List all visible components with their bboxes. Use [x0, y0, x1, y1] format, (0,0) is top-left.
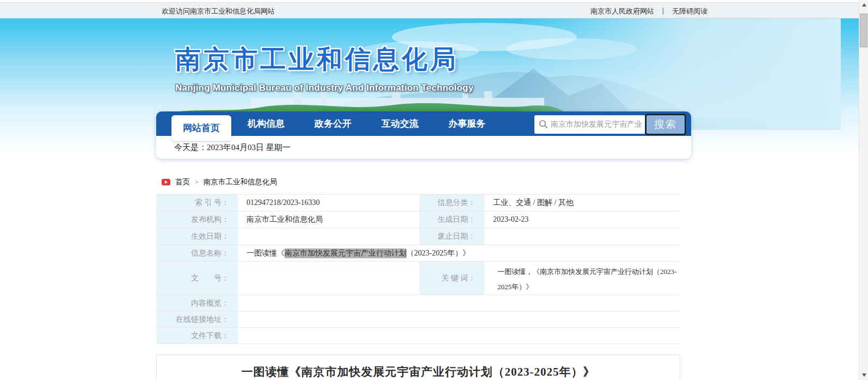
page: 欢迎访问南京市工业和信息化局网站 南京市人民政府网站 丨 无障碍阅读	[0, 0, 868, 380]
welcome-text: 欢迎访问南京市工业和信息化局网站	[162, 7, 275, 16]
breadcrumb-separator: >	[195, 178, 199, 186]
label-generation-date: 生成日期：	[419, 211, 484, 228]
label-content-overview: 内容概览：	[156, 295, 238, 312]
label-index-number: 索 引 号：	[156, 195, 238, 211]
date-bar: 今天是：2023年04月03日 星期一	[156, 136, 691, 159]
value-info-name: 一图读懂《南京市加快发展元宇宙产业行动计划（2023-2025年）》	[238, 245, 680, 261]
tab-interaction[interactable]: 互动交流	[381, 117, 418, 130]
info-name-highlighted-text: 南京市加快发展元宇宙产业行动计划	[285, 248, 407, 258]
table-row: 发布机构： 南京市工业和信息化局 生成日期： 2023-02-23	[156, 211, 680, 228]
topbar-divider: 丨	[660, 7, 667, 16]
table-row: 文 号： 关 键 词： 一图读懂，《南京市加快发展元宇宙产业行动计划（2023-…	[156, 261, 680, 295]
value-generation-date: 2023-02-23	[484, 211, 680, 228]
value-index-number: 012947218/2023-16330	[238, 195, 419, 211]
value-issuing-agency: 南京市工业和信息化局	[238, 211, 419, 228]
site-logo: 南京市工业和信息化局 Nanjing Municipal Bureau of I…	[175, 42, 473, 94]
scroll-up-icon[interactable]	[859, 0, 868, 10]
label-info-name: 信息名称：	[156, 245, 238, 261]
value-info-category: 工业、交通 / 图解 / 其他	[484, 195, 680, 211]
scroll-down-icon[interactable]	[859, 370, 868, 380]
search-area: 搜索	[534, 114, 686, 135]
table-row: 索 引 号： 012947218/2023-16330 信息分类： 工业、交通 …	[156, 195, 680, 211]
article-panel: 一图读懂《南京市加快发展元宇宙产业行动计划（2023-2025年）》	[156, 354, 680, 380]
label-keywords: 关 键 词：	[419, 261, 484, 295]
document-info-table: 索 引 号： 012947218/2023-16330 信息分类： 工业、交通 …	[156, 194, 680, 344]
label-abolition-date: 废止日期：	[419, 228, 484, 245]
breadcrumb: 首页 > 南京市工业和信息化局	[162, 177, 277, 187]
top-utility-bar: 欢迎访问南京市工业和信息化局网站 南京市人民政府网站 丨 无障碍阅读	[0, 2, 859, 18]
article-title: 一图读懂《南京市加快发展元宇宙产业行动计划（2023-2025年）》	[157, 364, 680, 379]
topbar-links: 南京市人民政府网站 丨 无障碍阅读	[590, 7, 707, 16]
table-row: 文件下载：	[156, 328, 680, 344]
breadcrumb-home-link[interactable]: 首页	[175, 177, 190, 187]
site-title-en: Nanjing Municipal Bureau of Industry And…	[175, 83, 473, 94]
label-issuing-agency: 发布机构：	[156, 211, 238, 228]
value-online-link	[238, 312, 680, 328]
label-online-link: 在线链接地址：	[156, 312, 238, 328]
label-file-download: 文件下载：	[156, 328, 238, 344]
table-row: 在线链接地址：	[156, 312, 680, 328]
nav-items: 机构信息 政务公开 互动交流 办事服务	[248, 111, 485, 136]
info-name-prefix: 一图读懂《	[247, 248, 285, 258]
today-text: 今天是：2023年04月03日 星期一	[174, 142, 291, 153]
value-effective-date	[238, 228, 419, 245]
table-row: 信息名称： 一图读懂《南京市加快发展元宇宙产业行动计划（2023-2025年）》	[156, 245, 680, 261]
label-doc-number: 文 号：	[156, 261, 238, 295]
scrollbar-thumb[interactable]	[860, 14, 867, 47]
table-row: 内容概览：	[156, 295, 680, 312]
search-box	[534, 115, 645, 134]
tab-org-info[interactable]: 机构信息	[248, 117, 285, 130]
search-icon	[538, 119, 549, 129]
site-title-cn: 南京市工业和信息化局	[175, 42, 473, 77]
main-nav: 网站首页 机构信息 政务公开 互动交流 办事服务 搜索	[156, 111, 691, 136]
value-abolition-date	[484, 228, 680, 245]
tab-home[interactable]: 网站首页	[171, 115, 231, 141]
label-info-category: 信息分类：	[419, 195, 484, 211]
vertical-scrollbar[interactable]	[859, 0, 868, 380]
breadcrumb-current[interactable]: 南京市工业和信息化局	[204, 177, 277, 187]
accessibility-link[interactable]: 无障碍阅读	[672, 7, 707, 16]
info-name-suffix: （2023-2025年）》	[407, 248, 470, 258]
nav-container: 网站首页 机构信息 政务公开 互动交流 办事服务 搜索 今天是：2023年04	[156, 111, 691, 159]
search-button[interactable]: 搜索	[645, 114, 686, 135]
label-effective-date: 生效日期：	[156, 228, 238, 245]
gov-site-link[interactable]: 南京市人民政府网站	[590, 7, 654, 16]
value-doc-number	[238, 261, 419, 295]
value-content-overview	[238, 295, 680, 312]
value-file-download	[238, 328, 680, 344]
tab-services[interactable]: 办事服务	[448, 117, 485, 130]
search-input[interactable]	[534, 115, 645, 134]
tab-gov-affairs[interactable]: 政务公开	[315, 117, 352, 130]
breadcrumb-home-icon	[162, 179, 170, 185]
table-row: 生效日期： 废止日期：	[156, 228, 680, 245]
value-keywords: 一图读懂，《南京市加快发展元宇宙产业行动计划（2023-2025年）》	[484, 261, 680, 295]
